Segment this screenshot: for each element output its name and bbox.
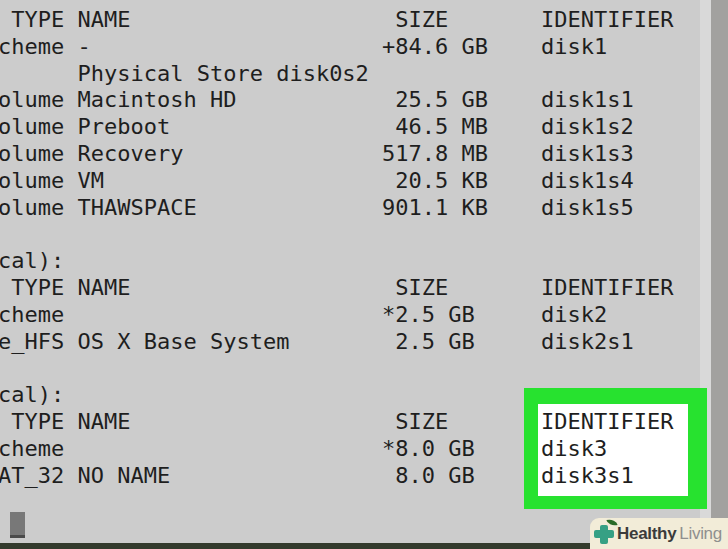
terminal-line: TYPE NAME SIZE IDENTIFIER bbox=[0, 7, 674, 34]
healthy-living-cross-leaf-icon bbox=[593, 523, 615, 545]
terminal-cursor bbox=[10, 512, 25, 538]
watermark-brand-light: Living bbox=[679, 524, 722, 544]
terminal-line: olume Macintosh HD 25.5 GB disk1s1 bbox=[0, 87, 674, 114]
terminal-line: cal): bbox=[0, 248, 674, 275]
terminal-line bbox=[0, 355, 674, 382]
terminal-line: AT_32 NO NAME 8.0 GB disk3s1 bbox=[0, 463, 674, 490]
terminal-line: olume VM 20.5 KB disk1s4 bbox=[0, 168, 674, 195]
terminal-line: TYPE NAME SIZE IDENTIFIER bbox=[0, 275, 674, 302]
terminal-line: cheme *8.0 GB disk3 bbox=[0, 436, 674, 463]
terminal-line bbox=[0, 489, 674, 516]
watermark-brand-bold: Healthy bbox=[617, 524, 676, 544]
terminal-line: cal): bbox=[0, 382, 674, 409]
terminal-line: olume Preboot 46.5 MB disk1s2 bbox=[0, 114, 674, 141]
terminal-output: TYPE NAME SIZE IDENTIFIERcheme - +84.6 G… bbox=[0, 7, 674, 516]
scrollbar-track[interactable] bbox=[711, 0, 728, 543]
terminal-window[interactable]: TYPE NAME SIZE IDENTIFIERcheme - +84.6 G… bbox=[0, 0, 728, 549]
terminal-line: TYPE NAME SIZE IDENTIFIER bbox=[0, 409, 674, 436]
terminal-line: cheme *2.5 GB disk2 bbox=[0, 302, 674, 329]
watermark-badge: Healthy Living bbox=[590, 518, 728, 549]
terminal-line: olume Recovery 517.8 MB disk1s3 bbox=[0, 141, 674, 168]
terminal-line: Physical Store disk0s2 bbox=[0, 61, 674, 88]
terminal-line: e_HFS OS X Base System 2.5 GB disk2s1 bbox=[0, 329, 674, 356]
terminal-line bbox=[0, 221, 674, 248]
terminal-line: cheme - +84.6 GB disk1 bbox=[0, 34, 674, 61]
terminal-line: olume THAWSPACE 901.1 KB disk1s5 bbox=[0, 195, 674, 222]
